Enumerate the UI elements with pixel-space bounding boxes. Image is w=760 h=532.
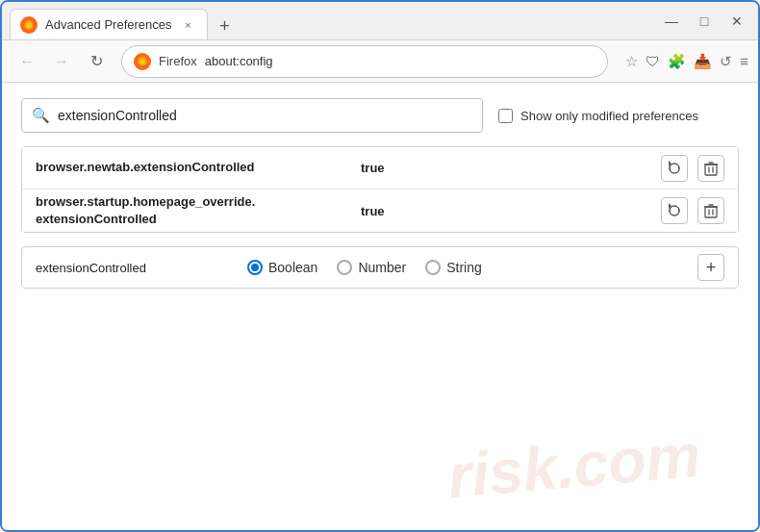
nav-bar: ← → ↻ Firefox about:config ☆ 🛡 🧩 📥 ↺ ≡ <box>2 40 758 83</box>
pref-name-2: browser.startup.homepage_override.extens… <box>36 193 353 228</box>
show-modified-checkbox[interactable] <box>498 109 513 123</box>
tab-strip: Advanced Preferences × + <box>10 2 646 39</box>
tab-favicon-icon <box>20 16 38 34</box>
reload-button[interactable]: ↻ <box>81 46 112 77</box>
active-tab[interactable]: Advanced Preferences × <box>10 9 208 39</box>
shield-icon[interactable]: 🛡 <box>646 53 660 69</box>
svg-rect-9 <box>705 207 717 217</box>
pref-value-1: true <box>361 161 653 175</box>
table-row[interactable]: browser.newtab.extensionControlled true <box>22 147 738 190</box>
address-text: about:config <box>205 54 596 68</box>
history-icon[interactable]: ↺ <box>720 53 732 70</box>
number-radio-option[interactable]: Number <box>337 260 406 275</box>
pref-actions-1 <box>661 155 724 182</box>
string-radio-option[interactable]: String <box>425 260 482 275</box>
search-box[interactable]: 🔍 <box>21 98 483 133</box>
search-icon: 🔍 <box>32 107 50 124</box>
bookmark-icon[interactable]: ☆ <box>625 53 638 70</box>
back-button[interactable]: ← <box>12 46 42 77</box>
svg-rect-7 <box>705 165 717 175</box>
boolean-radio-circle[interactable] <box>247 260 263 275</box>
number-radio-label: Number <box>358 260 406 275</box>
firefox-label: Firefox <box>159 54 197 68</box>
pref-reset-button-2[interactable] <box>661 197 688 224</box>
svg-point-5 <box>139 59 145 64</box>
reset-icon-2 <box>667 203 682 218</box>
pref-delete-button-1[interactable] <box>697 155 724 182</box>
table-row[interactable]: browser.startup.homepage_override.extens… <box>22 190 738 232</box>
close-button[interactable]: ✕ <box>723 8 750 35</box>
search-input[interactable] <box>58 108 472 123</box>
pref-name-1: browser.newtab.extensionControlled <box>36 159 353 176</box>
delete-icon-2 <box>704 203 718 218</box>
pref-actions-2 <box>661 197 724 224</box>
content-area: risk.com 🔍 Show only modified preference… <box>2 83 758 530</box>
maximize-button[interactable]: □ <box>691 8 718 35</box>
pref-value-2: true <box>361 204 653 218</box>
svg-point-2 <box>26 22 32 28</box>
string-radio-circle[interactable] <box>425 260 441 275</box>
show-modified-checkbox-label[interactable]: Show only modified preferences <box>498 109 698 123</box>
show-modified-label: Show only modified preferences <box>520 109 698 123</box>
boolean-radio-option[interactable]: Boolean <box>247 260 317 275</box>
delete-icon <box>704 161 718 176</box>
download-icon[interactable]: 📥 <box>694 53 712 70</box>
pref-delete-button-2[interactable] <box>697 197 724 224</box>
new-pref-name: extensionControlled <box>36 261 228 275</box>
add-preference-button[interactable]: + <box>697 254 724 281</box>
menu-icon[interactable]: ≡ <box>740 53 748 69</box>
boolean-radio-label: Boolean <box>268 260 317 275</box>
window-controls: — □ ✕ <box>658 8 750 35</box>
browser-window: Advanced Preferences × + — □ ✕ ← → ↻ Fir… <box>2 2 758 530</box>
minimize-button[interactable]: — <box>658 8 685 35</box>
reset-icon <box>667 161 682 176</box>
new-tab-button[interactable]: + <box>212 13 239 39</box>
search-row: 🔍 Show only modified preferences <box>21 98 739 133</box>
forward-button[interactable]: → <box>46 46 77 77</box>
number-radio-circle[interactable] <box>337 260 352 275</box>
extension-icon[interactable]: 🧩 <box>668 53 686 70</box>
firefox-logo-icon <box>134 53 151 70</box>
type-radio-group: Boolean Number String <box>247 260 678 275</box>
watermark: risk.com <box>444 419 703 513</box>
pref-reset-button-1[interactable] <box>661 155 688 182</box>
new-preference-row: extensionControlled Boolean Number Strin… <box>21 246 739 289</box>
tab-title: Advanced Preferences <box>45 17 172 32</box>
preferences-table: browser.newtab.extensionControlled true <box>21 146 739 233</box>
address-icons: ☆ 🛡 🧩 📥 ↺ ≡ <box>625 53 748 70</box>
tab-close-button[interactable]: × <box>180 16 197 34</box>
title-bar: Advanced Preferences × + — □ ✕ <box>2 2 758 40</box>
string-radio-label: String <box>446 260 482 275</box>
address-bar[interactable]: Firefox about:config <box>121 45 608 78</box>
